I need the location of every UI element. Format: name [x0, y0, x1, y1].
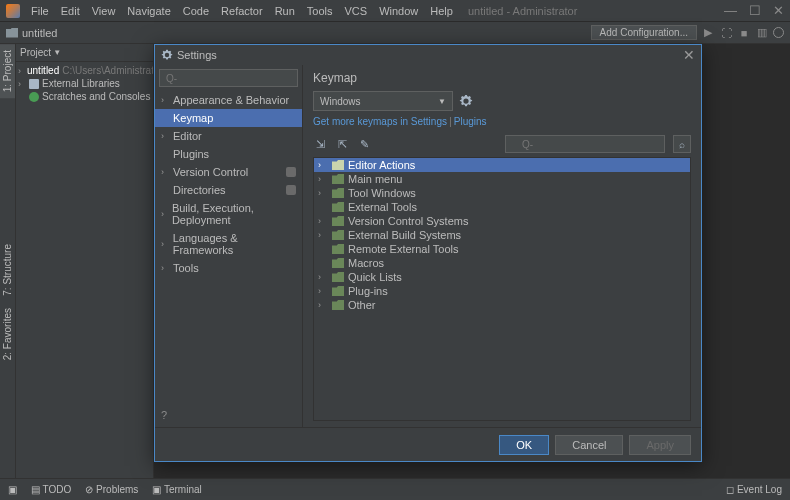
stop-icon[interactable]: ■ — [737, 26, 751, 40]
folder-icon — [332, 174, 344, 184]
project-tool-window: Project ▼ › untitled C:\Users\Administra… — [16, 44, 154, 478]
layout-icon[interactable]: ▥ — [755, 26, 769, 40]
plugins-link[interactable]: Plugins — [454, 116, 487, 127]
tree-row-label: Version Control Systems — [348, 215, 468, 227]
nav-item-label: Appearance & Behavior — [173, 94, 289, 106]
apply-button[interactable]: Apply — [629, 435, 691, 455]
left-tool-rail: 1: Project 7: Structure 2: Favorites — [0, 44, 16, 478]
project-root-path: C:\Users\Administrator... — [62, 65, 153, 76]
chevron-right-icon: › — [318, 174, 328, 184]
keymap-tree-row[interactable]: ›Macros — [314, 256, 690, 270]
menu-file[interactable]: File — [26, 3, 54, 19]
tree-row-label: Plug-ins — [348, 285, 388, 297]
rail-tab-project[interactable]: 1: Project — [0, 44, 15, 98]
settings-nav-item[interactable]: ›Languages & Frameworks — [155, 229, 302, 259]
search-everywhere-icon[interactable] — [773, 27, 784, 38]
chevron-right-icon: › — [161, 239, 169, 249]
chevron-right-icon: › — [161, 167, 169, 177]
keymap-scheme-select[interactable]: Windows ▼ — [313, 91, 453, 111]
debug-icon[interactable]: ⛶ — [719, 26, 733, 40]
tree-row-label: Other — [348, 299, 376, 311]
close-icon[interactable]: ✕ — [773, 3, 784, 18]
settings-nav-item[interactable]: Directories — [155, 181, 302, 199]
settings-nav-item[interactable]: Keymap — [155, 109, 302, 127]
project-tw-title: Project — [20, 47, 51, 58]
status-problems[interactable]: ⊘ Problems — [85, 484, 138, 495]
rail-tab-structure[interactable]: 7: Structure — [0, 238, 15, 302]
chevron-right-icon: › — [161, 209, 168, 219]
breadcrumb[interactable]: untitled — [6, 27, 57, 39]
settings-nav-item[interactable]: ›Appearance & Behavior — [155, 91, 302, 109]
menu-refactor[interactable]: Refactor — [216, 3, 268, 19]
keymap-tree-row[interactable]: ›External Tools — [314, 200, 690, 214]
keymap-tree-row[interactable]: ›Plug-ins — [314, 284, 690, 298]
settings-nav-item[interactable]: ›Build, Execution, Deployment — [155, 199, 302, 229]
settings-nav-item[interactable]: ›Tools — [155, 259, 302, 277]
settings-nav-item[interactable]: ›Editor — [155, 127, 302, 145]
menu-window[interactable]: Window — [374, 3, 423, 19]
settings-nav-item[interactable]: ›Version Control — [155, 163, 302, 181]
menu-run[interactable]: Run — [270, 3, 300, 19]
help-icon[interactable]: ? — [155, 403, 302, 427]
collapse-all-icon[interactable]: ⇱ — [335, 137, 349, 151]
keymap-tree[interactable]: ›Editor Actions›Main menu›Tool Windows›E… — [313, 157, 691, 421]
dialog-close-icon[interactable]: ✕ — [683, 47, 695, 63]
tree-project-root[interactable]: › untitled C:\Users\Administrator... — [16, 64, 153, 77]
menu-view[interactable]: View — [87, 3, 121, 19]
chevron-right-icon: › — [318, 272, 328, 282]
keymap-tree-row[interactable]: ›Editor Actions — [314, 158, 690, 172]
chevron-right-icon: › — [161, 131, 169, 141]
menu-code[interactable]: Code — [178, 3, 214, 19]
dialog-titlebar: Settings ✕ — [155, 45, 701, 65]
run-icon[interactable]: ▶ — [701, 26, 715, 40]
folder-icon — [332, 202, 344, 212]
tree-row-label: Editor Actions — [348, 159, 415, 171]
keymap-filter-input[interactable] — [505, 135, 665, 153]
nav-item-label: Tools — [173, 262, 199, 274]
settings-nav-item[interactable]: Plugins — [155, 145, 302, 163]
status-terminal[interactable]: ▣ Terminal — [152, 484, 201, 495]
tree-external-libraries[interactable]: › External Libraries — [16, 77, 153, 90]
ok-button[interactable]: OK — [499, 435, 549, 455]
expand-all-icon[interactable]: ⇲ — [313, 137, 327, 151]
status-event-log[interactable]: ◻ Event Log — [726, 484, 782, 495]
status-tool-button-icon[interactable]: ▣ — [8, 484, 17, 495]
keymap-tree-row[interactable]: ›Tool Windows — [314, 186, 690, 200]
chevron-down-icon: ▼ — [438, 97, 446, 106]
menu-tools[interactable]: Tools — [302, 3, 338, 19]
menu-help[interactable]: Help — [425, 3, 458, 19]
find-by-shortcut-icon[interactable]: ⌕ — [673, 135, 691, 153]
keymap-tree-row[interactable]: ›Quick Lists — [314, 270, 690, 284]
keymap-tree-row[interactable]: ›Other — [314, 298, 690, 312]
keymap-tree-row[interactable]: ›External Build Systems — [314, 228, 690, 242]
keymap-tree-row[interactable]: ›Remote External Tools — [314, 242, 690, 256]
rail-tab-favorites[interactable]: 2: Favorites — [0, 302, 15, 366]
breadcrumb-project: untitled — [22, 27, 57, 39]
menu-vcs[interactable]: VCS — [340, 3, 373, 19]
menu-navigate[interactable]: Navigate — [122, 3, 175, 19]
status-todo[interactable]: ▤ TODO — [31, 484, 71, 495]
minimize-icon[interactable]: — — [724, 3, 737, 18]
add-configuration-button[interactable]: Add Configuration... — [591, 25, 697, 40]
tree-scratches[interactable]: › Scratches and Consoles — [16, 90, 153, 103]
project-tree: › untitled C:\Users\Administrator... › E… — [16, 62, 153, 105]
scratch-icon — [29, 92, 39, 102]
chevron-down-icon[interactable]: ▼ — [53, 48, 61, 57]
gear-icon[interactable] — [459, 94, 473, 108]
settings-search-input[interactable] — [159, 69, 298, 87]
edit-icon[interactable]: ✎ — [357, 137, 371, 151]
nav-item-label: Plugins — [173, 148, 209, 160]
tree-row-label: External Tools — [348, 201, 417, 213]
scratches-label: Scratches and Consoles — [42, 91, 150, 102]
maximize-icon[interactable]: ☐ — [749, 3, 761, 18]
keymap-tree-row[interactable]: ›Version Control Systems — [314, 214, 690, 228]
chevron-right-icon: › — [161, 263, 169, 273]
titlebar: File Edit View Navigate Code Refactor Ru… — [0, 0, 790, 22]
folder-icon — [332, 286, 344, 296]
menu-edit[interactable]: Edit — [56, 3, 85, 19]
get-keymaps-link[interactable]: Get more keymaps in Settings — [313, 116, 447, 127]
keymap-tree-row[interactable]: ›Main menu — [314, 172, 690, 186]
scope-icon — [286, 185, 296, 195]
cancel-button[interactable]: Cancel — [555, 435, 623, 455]
chevron-right-icon: › — [18, 66, 21, 76]
